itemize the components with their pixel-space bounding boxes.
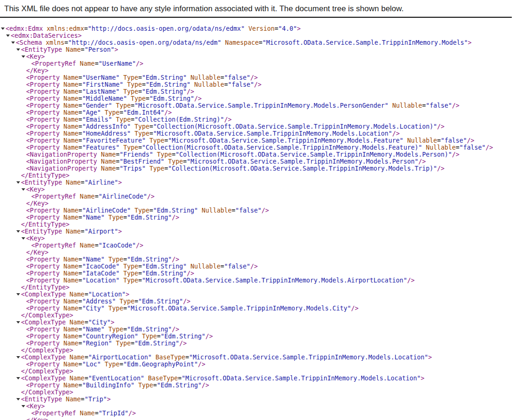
xml-attribute-name: Name: [80, 242, 95, 249]
xml-tag-close-bracket: >: [70, 389, 73, 396]
xml-tag-line: <Key>: [0, 53, 516, 60]
xml-attribute-name: Type: [149, 137, 164, 144]
xml-tag-open-bracket: <Property: [26, 340, 60, 347]
xml-tag-close-bracket: />: [164, 109, 172, 116]
xml-tag-open-bracket: <ComplexType: [21, 319, 66, 326]
xml-attribute-value: "Microsoft.OData.Service.Sample.TrippinI…: [127, 305, 351, 312]
xml-tag-open-bracket: <Key: [26, 403, 41, 410]
xml-attribute-name: Type: [123, 270, 138, 277]
xml-tag-close-bracket: />: [136, 60, 143, 67]
xml-tag-open-bracket: <PropertyRef: [31, 410, 76, 417]
xml-attribute-name: Type: [108, 305, 123, 312]
collapse-arrow-icon[interactable]: [16, 377, 20, 379]
xml-attribute-name: Name: [70, 375, 84, 382]
xml-attribute-value: "Edm.String": [160, 333, 205, 340]
xml-tag-close-bracket: />: [392, 130, 400, 137]
xml-tag-close-bracket: >: [428, 354, 432, 361]
xml-attribute-value: "Edm.Int64": [123, 109, 164, 116]
xml-tag-line: <Property Name="Name" Type="Edm.String"/…: [0, 256, 516, 263]
xml-tag-line: <EntityType Name="Airline">: [0, 179, 516, 186]
xml-attribute-value: "MiddleName": [82, 95, 127, 102]
xml-tag-close-bracket: />: [194, 95, 202, 102]
xml-closing-tag-line: </EntityType>: [0, 221, 516, 228]
xml-attribute-name: Name: [63, 333, 78, 340]
xml-attribute-name: Name: [66, 228, 81, 235]
collapse-arrow-icon[interactable]: [21, 188, 25, 191]
xml-attribute-value: "BestFriend": [119, 158, 164, 165]
xml-attribute-value: "Collection(Edm.String)": [134, 116, 224, 123]
xml-tag-close-bracket: />: [147, 193, 154, 200]
xml-attribute-value: "TripId": [98, 410, 128, 417]
xml-attribute-value: "Name": [82, 326, 105, 333]
collapse-arrow-icon[interactable]: [1, 28, 5, 30]
xml-attribute-value: "Edm.String": [149, 95, 194, 102]
xml-attribute-value: "false": [426, 102, 452, 109]
collapse-arrow-icon[interactable]: [16, 293, 20, 296]
xml-attribute-value: "LastName": [82, 88, 119, 95]
xml-tag-line: <Property Name="Emails" Type="Collection…: [0, 116, 516, 123]
xml-tag-open-bracket: <Property: [26, 214, 60, 221]
collapse-arrow-icon[interactable]: [16, 321, 20, 324]
xml-tag-close-bracket: />: [179, 340, 187, 347]
xml-attribute-value: "Trips": [119, 165, 146, 172]
xml-attribute-name: Name: [63, 81, 78, 88]
collapse-arrow-icon[interactable]: [16, 181, 20, 184]
xml-attribute-value: "Name": [82, 256, 105, 263]
xml-attribute-name: Name: [63, 102, 78, 109]
xml-tag-open-bracket: </EntityType: [21, 284, 66, 291]
xml-tag-line: <EntityType Name="Trip">: [0, 396, 516, 403]
xml-attribute-name: BaseType: [148, 375, 178, 382]
xml-tag-line: <Property Name="Name" Type="Edm.String"/…: [0, 326, 516, 333]
xml-attribute-value: "Person": [84, 46, 114, 53]
collapse-arrow-icon[interactable]: [21, 237, 25, 240]
xml-tag-close-bracket: >: [41, 186, 45, 193]
xml-tag-close-bracket: >: [421, 375, 425, 382]
xml-tag-close-bracket: />: [452, 151, 460, 158]
collapse-arrow-icon[interactable]: [11, 41, 15, 44]
xml-attribute-name: Type: [119, 298, 134, 305]
collapse-arrow-icon[interactable]: [21, 55, 25, 58]
xml-attribute-name: Name: [66, 46, 81, 53]
xml-attribute-name: Type: [108, 214, 123, 221]
xml-tag-open-bracket: <Property: [26, 207, 60, 214]
xml-tag-line: <ComplexType Name="City">: [0, 319, 516, 326]
xml-tag-line: <NavigationProperty Name="BestFriend" Ty…: [0, 158, 516, 165]
xml-tag-close-bracket: >: [111, 319, 114, 326]
xml-tag-open-bracket: <Property: [26, 144, 60, 151]
xml-tag-close-bracket: />: [172, 326, 179, 333]
collapse-arrow-icon[interactable]: [16, 398, 20, 400]
xml-tag-close-bracket: />: [202, 382, 209, 389]
collapse-arrow-icon[interactable]: [16, 48, 20, 51]
xml-attribute-value: "Edm.String": [127, 256, 172, 263]
xml-attribute-value: "Microsoft.OData.Service.Sample.TrippinI…: [142, 277, 407, 284]
xml-attribute-name: Name: [70, 291, 84, 298]
xml-attribute-value: "City": [82, 305, 105, 312]
xml-attribute-value: "Edm.String": [127, 214, 172, 221]
xml-tag-line: <Property Name="MiddleName" Type="Edm.St…: [0, 95, 516, 102]
xml-tag-close-bracket: />: [172, 256, 179, 263]
xml-attribute-name: Name: [63, 109, 78, 116]
collapse-arrow-icon[interactable]: [21, 405, 25, 407]
xml-attribute-name: Type: [105, 361, 119, 368]
collapse-arrow-icon[interactable]: [6, 34, 10, 37]
xml-tag-open-bracket: </ComplexType: [21, 312, 70, 319]
xml-attribute-value: "Edm.String": [142, 74, 187, 81]
xml-tag-open-bracket: <NavigationProperty: [26, 165, 97, 172]
xml-attribute-value: "Microsoft.OData.Service.Sample.TrippinI…: [168, 137, 403, 144]
xml-attribute-value: "Collection(Microsoft.OData.Service.Samp…: [153, 123, 437, 130]
xml-tag-close-bracket: >: [70, 368, 73, 375]
xml-attribute-value: "Airport": [84, 228, 118, 235]
xml-attribute-name: Name: [63, 298, 78, 305]
xml-attribute-name: Type: [131, 95, 146, 102]
xml-tag-line: <Property Name="IataCode" Type="Edm.Stri…: [0, 270, 516, 277]
xml-attribute-name: BaseType: [155, 354, 185, 361]
collapse-arrow-icon[interactable]: [16, 230, 20, 233]
xml-tag-line: <Property Name="Location" Type="Microsof…: [0, 277, 516, 284]
xml-tag-open-bracket: </EntityType: [21, 172, 66, 179]
xml-attribute-name: Name: [63, 361, 78, 368]
xml-tag-line: <PropertyRef Name="TripId"/>: [0, 410, 516, 417]
collapse-arrow-icon[interactable]: [16, 356, 20, 358]
xml-tag-close-bracket: >: [468, 39, 472, 46]
xml-attribute-name: Type: [123, 277, 138, 284]
xml-tag-line: <ComplexType Name="EventLocation" BaseTy…: [0, 375, 516, 382]
